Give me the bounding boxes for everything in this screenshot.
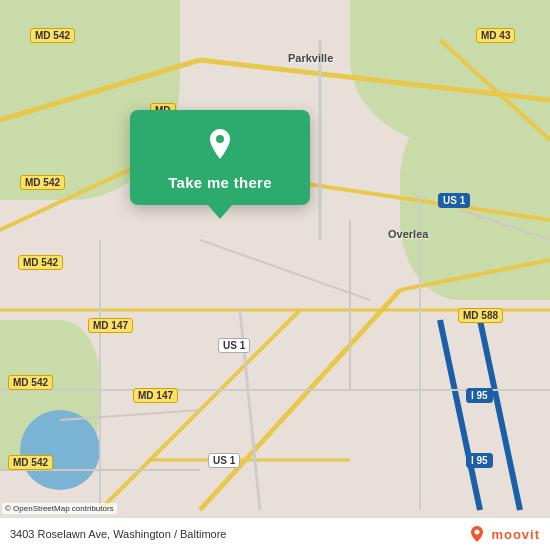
road-label-md147: MD 147 [88, 318, 133, 333]
road-label-md147-2: MD 147 [133, 388, 178, 403]
road-label-us1-right: US 1 [438, 193, 470, 208]
place-label-overlea: Overlea [388, 228, 428, 240]
map-container: MD 542 MD 542 MD 542 MD 542 MD 542 MD MD… [0, 0, 550, 550]
bottom-bar: 3403 Roselawn Ave, Washington / Baltimor… [0, 517, 550, 550]
moovit-logo: moovit [467, 524, 540, 544]
svg-line-10 [480, 320, 520, 510]
road-label-md542-3: MD 542 [18, 255, 63, 270]
address-label: 3403 Roselawn Ave, Washington / Baltimor… [10, 528, 226, 540]
road-label-md588: MD 588 [458, 308, 503, 323]
osm-attribution: © OpenStreetMap contributors [2, 503, 117, 514]
svg-line-11 [440, 320, 480, 510]
svg-line-20 [200, 240, 370, 300]
svg-line-8 [200, 290, 400, 510]
svg-line-19 [60, 410, 200, 420]
road-label-us1: US 1 [218, 338, 250, 353]
place-label-parkville: Parkville [288, 52, 333, 64]
road-label-us1-2: US 1 [208, 453, 240, 468]
svg-point-23 [216, 135, 224, 143]
road-label-md542-2: MD 542 [20, 175, 65, 190]
road-label-md43: MD 43 [476, 28, 515, 43]
road-label-md542: MD 542 [30, 28, 75, 43]
road-label-md542-4: MD 542 [8, 375, 53, 390]
svg-point-24 [475, 530, 480, 535]
popup-card: Take me there [130, 110, 310, 205]
road-label-i95-2: I 95 [466, 453, 493, 468]
location-pin [202, 126, 238, 162]
svg-line-9 [400, 260, 550, 290]
moovit-icon [467, 524, 487, 544]
take-me-there-button[interactable]: Take me there [168, 172, 272, 193]
road-label-i95: I 95 [466, 388, 493, 403]
moovit-text: moovit [491, 527, 540, 542]
svg-line-2 [0, 160, 150, 230]
road-label-md542-5: MD 542 [8, 455, 53, 470]
